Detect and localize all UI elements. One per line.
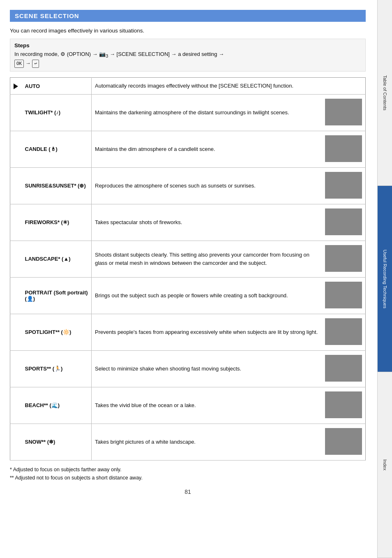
- table-row: TWILIGHT* (♪) Maintains the darkening at…: [10, 94, 366, 131]
- ok-key: OK: [14, 60, 24, 68]
- scene-img-candle: [322, 131, 366, 167]
- table-row: SPOTLIGHT** (🔆) Prevents people's faces …: [10, 314, 366, 350]
- table-row: CANDLE (🕯) Maintains the dim atmosphere …: [10, 131, 366, 167]
- table-row: SNOW** (❄) Takes bright pictures of a wh…: [10, 424, 366, 460]
- scene-img-sports: [322, 350, 366, 387]
- table-row: PORTRAIT (Soft portrait) (👤) Brings out …: [10, 277, 366, 314]
- scene-desc-portrait: Brings out the subject such as people or…: [92, 277, 322, 314]
- scene-img-twilight: [322, 94, 366, 131]
- scene-img-sunrise: [322, 167, 366, 204]
- beach-image: [325, 391, 362, 418]
- sidebar-tab-index[interactable]: Index: [378, 372, 392, 558]
- row-arrow-candle: [10, 131, 22, 167]
- row-arrow-twilight: [10, 94, 22, 131]
- footnote1: * Adjusted to focus on subjects farther …: [10, 465, 366, 474]
- scene-name-portrait: PORTRAIT (Soft portrait) (👤): [22, 277, 92, 314]
- sunrise-image: [325, 172, 362, 199]
- scene-desc-sports: Select to minimize shake when shooting f…: [92, 350, 322, 387]
- steps-section: Steps In recording mode, ⚙ (OPTION) → 📷3…: [10, 39, 366, 72]
- page-title: SCENE SELECTION: [15, 12, 361, 19]
- scene-desc-snow: Takes bright pictures of a white landsca…: [92, 424, 322, 460]
- footnote2: ** Adjusted not to focus on subjects a s…: [10, 474, 366, 482]
- scene-desc-landscape: Shoots distant subjects clearly. This se…: [92, 241, 322, 277]
- scene-name-spotlight: SPOTLIGHT** (🔆): [22, 314, 92, 350]
- scene-name-fireworks: FIREWORKS* (✳): [22, 204, 92, 241]
- sidebar-tab-recording[interactable]: Useful Recording Techniques: [378, 186, 392, 372]
- twilight-image: [325, 99, 362, 125]
- scene-img-fireworks: [322, 204, 366, 241]
- sidebar-tab-index-label: Index: [383, 459, 387, 470]
- candle-image: [325, 135, 362, 162]
- scene-desc-candle: Maintains the dim atmosphere of a candle…: [92, 131, 322, 167]
- scene-name-snow: SNOW** (❄): [22, 424, 92, 460]
- menu-icon: 📷: [99, 50, 106, 58]
- play-arrow-icon: [14, 83, 18, 89]
- scene-img-snow: [322, 424, 366, 460]
- scene-name-sunrise: SUNRISE&SUNSET* (⊕): [22, 167, 92, 204]
- footnotes: * Adjusted to focus on subjects farther …: [10, 465, 366, 482]
- row-arrow-snow: [10, 424, 22, 460]
- sports-image: [325, 355, 362, 382]
- row-arrow-sunrise: [10, 167, 22, 204]
- spotlight-image: [325, 318, 362, 345]
- landscape-image: [325, 245, 362, 272]
- row-arrow-landscape: [10, 241, 22, 277]
- snow-image: [325, 428, 362, 455]
- scene-desc-twilight: Maintains the darkening atmosphere of th…: [92, 94, 322, 131]
- scene-name-beach: BEACH** (🌊): [22, 387, 92, 424]
- scene-table: AUTO Automatically records images effect…: [10, 77, 366, 461]
- scene-name-landscape: LANDSCAPE* (▲): [22, 241, 92, 277]
- sidebar-tab-toc[interactable]: Table of Contents: [378, 0, 392, 186]
- scene-name-twilight: TWILIGHT* (♪): [22, 94, 92, 131]
- table-row: AUTO Automatically records images effect…: [10, 78, 366, 95]
- table-row: SUNRISE&SUNSET* (⊕) Reproduces the atmos…: [10, 167, 366, 204]
- scene-img-portrait: [322, 277, 366, 314]
- main-content: SCENE SELECTION You can record images ef…: [0, 0, 377, 558]
- row-arrow-beach: [10, 387, 22, 424]
- intro-text: You can record images effectively in var…: [10, 28, 366, 34]
- back-key: ↩: [32, 60, 39, 68]
- table-row: LANDSCAPE* (▲) Shoots distant subjects c…: [10, 241, 366, 277]
- row-arrow-fireworks: [10, 204, 22, 241]
- scene-desc-spotlight: Prevents people's faces from appearing e…: [92, 314, 322, 350]
- portrait-image: [325, 282, 362, 308]
- scene-img-beach: [322, 387, 366, 424]
- sidebar-tab-toc-label: Table of Contents: [383, 75, 387, 111]
- option-icon: ⚙: [60, 50, 65, 58]
- row-arrow-spotlight: [10, 314, 22, 350]
- row-arrow-portrait: [10, 277, 22, 314]
- scene-img-landscape: [322, 241, 366, 277]
- steps-instruction: In recording mode, ⚙ (OPTION) → 📷3 → [SC…: [14, 50, 361, 68]
- steps-label: Steps: [14, 42, 361, 49]
- table-row: SPORTS** (🏃) Select to minimize shake wh…: [10, 350, 366, 387]
- scene-desc-beach: Takes the vivid blue of the ocean or a l…: [92, 387, 322, 424]
- sidebar-tab-recording-label: Useful Recording Techniques: [383, 250, 387, 308]
- scene-desc-auto: Automatically records images effectively…: [92, 78, 322, 95]
- scene-desc-sunrise: Reproduces the atmosphere of scenes such…: [92, 167, 322, 204]
- table-row: FIREWORKS* (✳) Takes spectacular shots o…: [10, 204, 366, 241]
- scene-name-candle: CANDLE (🕯): [22, 131, 92, 167]
- scene-img-auto: [322, 78, 366, 95]
- page-title-bar: SCENE SELECTION: [10, 10, 366, 22]
- page-number: 81: [10, 489, 366, 495]
- scene-desc-fireworks: Takes spectacular shots of fireworks.: [92, 204, 322, 241]
- scene-name-auto: AUTO: [22, 78, 92, 95]
- scene-name-sports: SPORTS** (🏃): [22, 350, 92, 387]
- scene-img-spotlight: [322, 314, 366, 350]
- row-arrow-sports: [10, 350, 22, 387]
- right-sidebar: Table of Contents Useful Recording Techn…: [377, 0, 392, 558]
- row-arrow-auto: [10, 78, 22, 95]
- table-row: BEACH** (🌊) Takes the vivid blue of the …: [10, 387, 366, 424]
- fireworks-image: [325, 208, 362, 235]
